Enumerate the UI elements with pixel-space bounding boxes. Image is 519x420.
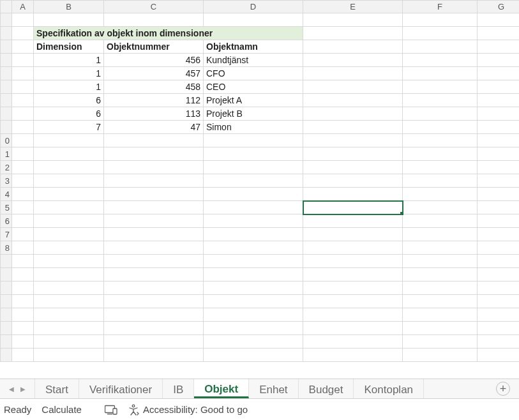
cell[interactable] [204,322,303,335]
cell[interactable] [104,268,204,281]
cell[interactable] [34,147,104,161]
cell[interactable] [12,255,34,268]
cell[interactable] [403,322,478,335]
cell[interactable] [12,268,34,281]
cell[interactable] [34,201,104,214]
cell[interactable] [104,335,204,349]
cell[interactable] [104,161,204,174]
accessibility-icon[interactable] [128,404,139,416]
col-header-dimension[interactable]: Dimension [34,40,104,54]
cell[interactable] [34,255,104,268]
row-header[interactable] [1,54,12,67]
cell[interactable] [478,241,520,255]
cell[interactable] [34,295,104,308]
cell[interactable] [478,308,520,322]
cell[interactable] [204,255,303,268]
cell[interactable] [403,308,478,322]
row-header[interactable] [1,349,12,362]
row-header[interactable] [1,335,12,349]
cell[interactable] [204,349,303,362]
cell[interactable] [12,40,34,54]
row-header[interactable]: 3 [1,174,12,188]
cell[interactable] [403,54,478,67]
cell[interactable] [303,161,403,174]
cell[interactable] [204,13,303,27]
cell[interactable] [303,80,403,94]
cell-dimension[interactable]: 1 [34,54,104,67]
cell[interactable] [478,54,520,67]
cell[interactable] [478,295,520,308]
cell[interactable] [403,228,478,241]
cell[interactable] [403,281,478,295]
col-header-B[interactable]: B [34,1,104,13]
cell[interactable] [478,281,520,295]
cell-dimension[interactable]: 6 [34,107,104,121]
cell[interactable] [303,54,403,67]
cell[interactable] [12,214,34,228]
cell[interactable] [204,228,303,241]
cell-objektnamn[interactable]: Kundtjänst [204,54,303,67]
row-header[interactable] [1,322,12,335]
cell[interactable] [403,255,478,268]
cell[interactable] [12,54,34,67]
cell-dimension[interactable]: 6 [34,94,104,107]
cell[interactable] [303,349,403,362]
cell[interactable] [34,322,104,335]
cell[interactable] [478,174,520,188]
cell[interactable] [403,147,478,161]
cell[interactable] [204,268,303,281]
cell[interactable] [303,13,403,27]
cell[interactable] [403,295,478,308]
col-header-F[interactable]: F [403,1,478,13]
cell[interactable] [12,241,34,255]
row-header[interactable]: 4 [1,188,12,201]
cell[interactable] [478,188,520,201]
cell[interactable] [104,228,204,241]
cell[interactable] [403,349,478,362]
cell[interactable] [34,335,104,349]
cell[interactable] [303,255,403,268]
cell[interactable] [104,147,204,161]
row-header[interactable]: 7 [1,228,12,241]
cell[interactable] [478,121,520,134]
cell[interactable] [12,80,34,94]
row-header[interactable]: 2 [1,161,12,174]
status-accessibility[interactable]: Accessibility: Good to go [143,404,248,415]
cell-objektnummer[interactable]: 112 [104,94,204,107]
spreadsheet-grid[interactable]: A B C D E F G Specifikation av objekt in… [0,0,519,379]
cell[interactable] [34,268,104,281]
cell[interactable] [204,241,303,255]
cell[interactable] [104,281,204,295]
cell[interactable] [478,147,520,161]
cell[interactable] [104,214,204,228]
cell[interactable] [403,214,478,228]
cell[interactable] [478,107,520,121]
cell[interactable] [12,349,34,362]
row-header[interactable] [1,121,12,134]
cell[interactable] [303,107,403,121]
row-header[interactable] [1,40,12,54]
cell-objektnummer[interactable]: 456 [104,54,204,67]
cell[interactable] [303,147,403,161]
cell[interactable] [303,174,403,188]
cell[interactable] [34,134,104,147]
cell-objektnamn[interactable]: Projekt A [204,94,303,107]
row-header[interactable] [1,281,12,295]
cell[interactable] [403,80,478,94]
cell[interactable] [303,67,403,80]
cell-objektnummer[interactable]: 113 [104,107,204,121]
tab-nav-next-icon[interactable]: ▶ [20,386,26,393]
cell[interactable] [204,147,303,161]
cell[interactable] [204,188,303,201]
cell[interactable] [34,188,104,201]
cell[interactable] [204,161,303,174]
cell[interactable] [403,107,478,121]
row-header[interactable]: 6 [1,214,12,228]
cell-dimension[interactable]: 1 [34,80,104,94]
cell[interactable] [478,67,520,80]
cell[interactable] [12,281,34,295]
cell[interactable] [478,335,520,349]
cell[interactable] [104,349,204,362]
cell[interactable] [12,27,34,40]
cell[interactable] [204,281,303,295]
